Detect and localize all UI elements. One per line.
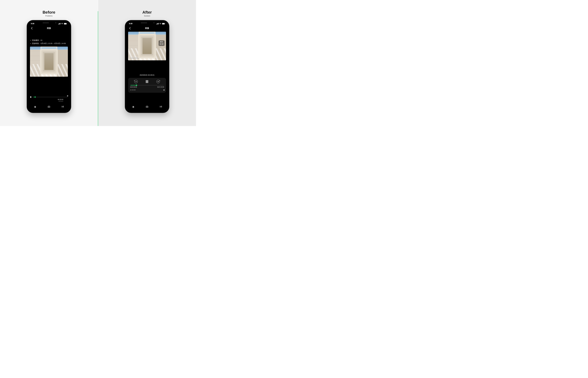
svg-rect-1: [64, 23, 66, 24]
app-title: 回放: [47, 27, 51, 29]
mute-switch: [125, 36, 125, 40]
burn-button[interactable]: [129, 104, 137, 109]
svg-point-3: [48, 106, 49, 107]
speaker-grille: [43, 23, 49, 23]
back-button[interactable]: [129, 27, 131, 30]
camera-icon: [47, 105, 50, 108]
notch: [137, 21, 157, 25]
volume-down-button: [27, 50, 27, 56]
range-end: 5/22 23:59: [157, 86, 164, 88]
power-button: [71, 43, 71, 54]
before-heading: Before: [43, 10, 55, 15]
bottom-bar: 1倍: [28, 104, 70, 110]
camera-name-overlay: 一樓大門外側: [129, 57, 139, 59]
app-bar: 回放: [28, 26, 70, 31]
speed-label: 1倍: [61, 106, 64, 108]
play-button[interactable]: [30, 96, 32, 98]
front-camera: [153, 22, 155, 23]
skip-toast: 30 秒: [158, 40, 165, 46]
scrubber-thumb[interactable]: [136, 85, 137, 86]
before-content: 回放畫面：01 回放時段：5月20日 | 12:20 – 5月22日 | 14:…: [28, 39, 70, 77]
range-labels: 5/20 00:00 5/22 23:59: [130, 86, 164, 88]
status-icons: [58, 23, 67, 25]
speaker-grille: [141, 23, 147, 23]
screen: 9:09 回放 回放畫面：01: [28, 22, 70, 111]
screen: 9:09 回放: [126, 22, 168, 111]
forward-button[interactable]: 30: [156, 80, 160, 83]
playback-meta: 回放畫面：01 回放時段：5月20日 | 12:20 – 5月22日 | 14:…: [30, 39, 68, 45]
after-subheading: Solution: [144, 15, 150, 17]
status-time: 9:09: [31, 23, 34, 25]
mute-switch: [27, 36, 27, 40]
playback-timecode: 48:20:00 5月22日: [30, 99, 63, 102]
speed-button[interactable]: 1倍: [59, 104, 67, 109]
rewind-arrow-icon: [134, 80, 135, 81]
chevron-left-icon: [129, 27, 131, 29]
speed-button[interactable]: 1倍: [157, 104, 165, 109]
front-camera: [55, 22, 56, 23]
app-title: 回放: [145, 27, 149, 29]
camera-icon: [146, 105, 148, 108]
battery-icon: [162, 23, 165, 25]
power-button: [169, 43, 169, 54]
battery-icon: [64, 23, 67, 25]
scrubber-thumb[interactable]: [35, 96, 36, 98]
volume-down-button: [125, 50, 125, 56]
wifi-icon: [61, 23, 63, 25]
status-time: 9:09: [129, 23, 132, 25]
chevron-left-icon: [31, 27, 33, 29]
burn-icon: [34, 105, 37, 108]
scrubber[interactable]: [33, 97, 68, 97]
transport-controls: 48:20:00 5月22日: [28, 96, 70, 102]
phone-after: 9:09 回放: [125, 20, 169, 113]
forward-arrow-icon: [159, 80, 160, 81]
svg-rect-6: [165, 23, 165, 24]
svg-rect-2: [67, 23, 67, 24]
phone-before: 9:09 回放 回放畫面：01: [27, 20, 71, 113]
control-panel: 15 30 5/20 00:00 5/22 23:59: [128, 78, 166, 93]
app-bar: 回放: [126, 26, 168, 31]
video-player[interactable]: 一樓大門外側 30 秒: [128, 32, 166, 60]
scrubber[interactable]: [130, 85, 164, 85]
current-timestamp: 2023/5/20 20:29:01: [126, 74, 168, 76]
skip-label: 30 秒: [160, 43, 163, 45]
snapshot-button[interactable]: [143, 104, 151, 109]
forward-icon: [160, 41, 163, 42]
rewind-button[interactable]: 15: [134, 80, 138, 83]
speed-label: 1倍: [159, 106, 162, 108]
volume-up-button: [27, 42, 27, 48]
video-camera-label: 01: [31, 48, 33, 49]
back-button[interactable]: [30, 27, 33, 30]
pause-button[interactable]: [146, 80, 148, 83]
before-subheading: Problems: [45, 15, 53, 17]
volume-up-button: [125, 42, 125, 48]
bottom-bar: 1倍: [126, 104, 168, 110]
svg-point-7: [147, 106, 147, 107]
status-icons: [156, 23, 165, 25]
wifi-icon: [159, 23, 161, 25]
meta-range: 回放時段：5月20日 | 12:20 – 5月22日 | 14:35: [30, 42, 68, 45]
before-column: Before Problems 9:09: [0, 0, 98, 126]
after-column: After Solution 9:09: [98, 0, 196, 126]
burn-icon: [132, 105, 135, 108]
after-heading: After: [142, 10, 152, 15]
notch: [39, 21, 59, 25]
video-player[interactable]: 01: [30, 47, 68, 77]
snapshot-button[interactable]: [45, 104, 53, 109]
meta-camera: 回放畫面：01: [30, 39, 68, 42]
total-duration: 共 56:00: [130, 89, 136, 91]
range-start: 5/20 00:00: [130, 86, 137, 88]
svg-rect-5: [162, 23, 164, 24]
burn-button[interactable]: [31, 104, 39, 109]
